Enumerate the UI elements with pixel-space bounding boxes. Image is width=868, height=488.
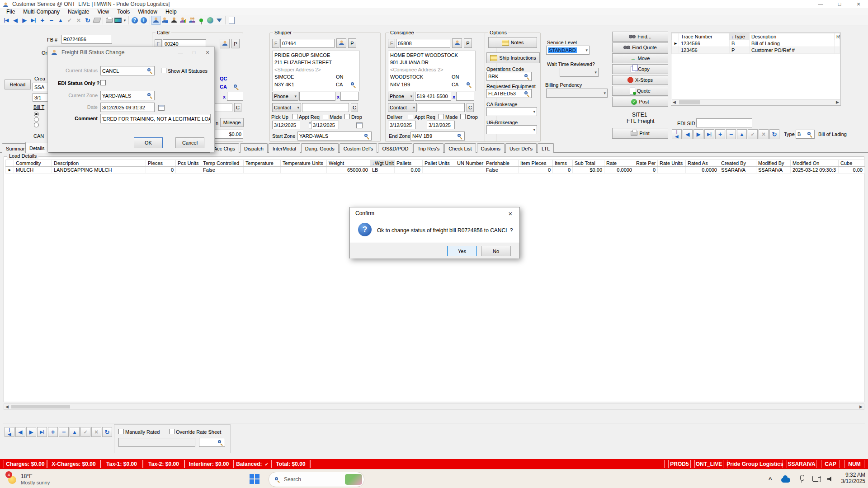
caller-c-button[interactable]: C — [234, 103, 241, 112]
close-button[interactable]: × — [849, 0, 868, 8]
toolbar-clear-button[interactable] — [92, 16, 101, 25]
consignee-p-button[interactable]: P — [464, 38, 472, 48]
shipper-c-button[interactable]: C — [351, 103, 358, 112]
end-zone-field[interactable]: N4V 1B9 — [410, 131, 465, 141]
col-pcs-units[interactable]: Pcs Units — [176, 160, 201, 167]
mileage-value-field[interactable]: $0.00 — [213, 130, 243, 139]
menu-file[interactable]: File — [3, 9, 19, 15]
wait-time-combo[interactable]: ▾ — [560, 68, 599, 77]
trace-col-type[interactable]: ↓Type — [730, 33, 750, 40]
toolbar-next-button[interactable]: ▶ — [20, 16, 29, 25]
dialog-close-button[interactable]: × — [201, 48, 214, 56]
consignee-person-button[interactable] — [452, 38, 462, 48]
shipper-zoom-icon[interactable] — [350, 82, 356, 88]
tab-dispatch[interactable]: Dispatch — [240, 143, 268, 153]
tab-osd-pod[interactable]: OS&D/POD — [378, 143, 412, 153]
ship-instructions-button[interactable]: Ship Instructions — [486, 52, 540, 63]
consignee-contact-combo[interactable]: Contact▾ — [388, 103, 417, 112]
yes-button[interactable]: Yes — [447, 246, 477, 256]
toolbar-customer-service-button[interactable] — [151, 16, 160, 25]
menu-navigate[interactable]: Navigate — [64, 9, 93, 15]
billing-pendency-combo[interactable]: ▾ — [546, 89, 608, 98]
toolbar-first-button[interactable]: |◀ — [2, 16, 11, 25]
service-level-combo[interactable]: STANDARD ▾ — [546, 46, 590, 55]
onedrive-icon[interactable] — [781, 478, 790, 483]
toolbar-people-button[interactable] — [188, 16, 197, 25]
toolbar-driver-button[interactable] — [170, 16, 179, 25]
shipper-phone-field[interactable] — [299, 92, 335, 101]
scroll-right-arrow[interactable]: ▶ — [836, 100, 839, 104]
microphone-icon[interactable] — [800, 475, 804, 481]
bill-to-radio-1[interactable] — [34, 112, 39, 117]
pickup-drop-checkbox[interactable] — [344, 114, 350, 119]
current-status-field[interactable]: CANCL — [100, 66, 155, 75]
print-button[interactable]: Print — [612, 128, 668, 139]
caller-phone-ext-field[interactable] — [227, 92, 243, 101]
nav-accept-button[interactable]: ✓ — [748, 129, 758, 139]
shipper-phone-combo[interactable]: Phone▾ — [272, 92, 298, 101]
toolbar-cancel-button[interactable]: × — [74, 16, 83, 25]
col-perishable[interactable]: Perishable — [484, 160, 519, 167]
nav-cancel-button[interactable]: × — [91, 427, 101, 437]
maximize-button[interactable]: □ — [830, 0, 849, 8]
nav-delete-button[interactable]: − — [726, 129, 736, 139]
tab-user-defs[interactable]: User Def's — [505, 143, 537, 153]
trace-col-number[interactable]: Trace Number — [679, 33, 730, 40]
edi-sid-input[interactable] — [696, 118, 752, 127]
toolbar-document-button[interactable] — [227, 16, 236, 25]
weather-widget[interactable]: 4 18°F Mostly sunny — [3, 470, 71, 488]
trace-col-description[interactable]: Description — [750, 33, 835, 40]
caller-p-button[interactable]: P — [231, 39, 240, 48]
caller-person-button[interactable] — [220, 39, 230, 48]
scroll-left-arrow[interactable]: ◀ — [5, 404, 9, 409]
find-button[interactable]: Find... — [612, 32, 668, 42]
speaker-icon[interactable] — [827, 476, 834, 482]
caller-zoom-icon[interactable] — [233, 84, 239, 90]
col-rate-per[interactable]: Rate Per — [634, 160, 658, 167]
cast-display-icon[interactable] — [812, 476, 821, 482]
shipper-code-input[interactable]: 07464 — [280, 39, 335, 48]
magnifier-icon[interactable] — [364, 133, 370, 139]
edi-status-only-checkbox[interactable] — [100, 80, 106, 85]
reload-button[interactable]: Reload — [5, 80, 31, 89]
scroll-right-arrow[interactable]: ▶ — [859, 404, 863, 409]
toolbar-customer-profile-button[interactable] — [160, 16, 170, 25]
col-items[interactable]: Items — [553, 160, 573, 167]
bill-to-radio-2[interactable] — [34, 117, 39, 122]
current-zone-field[interactable]: YARD-WALS — [100, 91, 155, 100]
magnifier-icon[interactable] — [524, 74, 530, 80]
shipper-person-button[interactable] — [336, 38, 346, 48]
consignee-contact-field[interactable] — [418, 103, 465, 112]
tab-trip-res[interactable]: Trip Res's — [413, 143, 443, 153]
pickup-made-checkbox[interactable] — [323, 114, 328, 119]
toolbar-prev-button[interactable]: ◀ — [11, 16, 20, 25]
consignee-f-button[interactable]: F — [388, 39, 395, 48]
table-row[interactable]: ► MULCH LANDSCAPPING MULCH 0 False 65000… — [6, 167, 865, 174]
col-rate-units[interactable]: Rate Units — [658, 160, 686, 167]
nav-first-button[interactable]: |◀ — [672, 129, 682, 139]
created-date-field[interactable]: 3/1 — [33, 93, 49, 102]
toolbar-help-button[interactable]: ? — [130, 16, 139, 25]
move-button[interactable]: →Move — [612, 53, 668, 63]
x-stops-button[interactable]: X-Stops — [612, 75, 668, 85]
pickup-appt-checkbox[interactable] — [292, 114, 297, 119]
deliver-date1-field[interactable]: 3/12/2025 — [388, 121, 416, 129]
search-box[interactable]: Search — [269, 472, 364, 487]
nav-refresh-button[interactable]: ↻ — [769, 129, 779, 139]
consignee-phone-field[interactable]: 519-421-5500 — [415, 92, 451, 101]
toolbar-add-button[interactable]: + — [38, 16, 47, 25]
consignee-zoom-icon[interactable] — [466, 82, 472, 88]
dialog-maximize-button[interactable]: □ — [187, 48, 201, 56]
operations-code-field[interactable]: BRK — [486, 72, 532, 81]
shipper-p-button[interactable]: P — [348, 38, 356, 48]
col-modified-on[interactable]: Modified On — [791, 160, 839, 167]
ok-button[interactable]: OK — [134, 137, 163, 148]
tab-intermodal[interactable]: InterModal — [269, 143, 300, 153]
col-temperature-units[interactable]: Temperature Units — [281, 160, 327, 167]
comment-field[interactable]: 'ERED FOR TRAINING, NOT A LEGITMATE LOAD — [100, 114, 211, 123]
deliver-date2-field[interactable]: 3/12/2025 — [427, 121, 455, 129]
trace-hscrollbar[interactable]: ◀ ▶ — [672, 99, 840, 105]
notes-button[interactable]: Notes — [488, 37, 537, 48]
tab-details[interactable]: Details — [25, 142, 49, 153]
nav-last-button[interactable]: ▶| — [704, 129, 714, 139]
